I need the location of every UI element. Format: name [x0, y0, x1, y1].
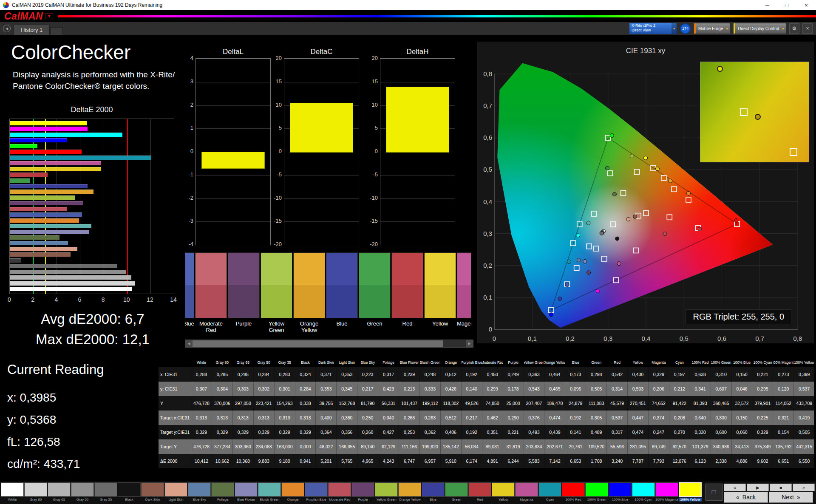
patch-button[interactable]: Purplish Blue [305, 482, 328, 501]
table-cell: 0,371 [315, 367, 336, 382]
patch-button[interactable]: 100% Cyan [632, 482, 655, 501]
table-cell: 0,154 [773, 425, 793, 439]
delta-y-tick: 5 [279, 125, 282, 131]
patch-button[interactable]: Light Skin [164, 482, 187, 501]
table-cell: 3,240 [606, 454, 627, 468]
table-cell: 0,333 [419, 382, 440, 396]
patch-window-icon[interactable]: □ [706, 484, 722, 501]
patch-button[interactable]: Blue Sky [188, 482, 211, 501]
transport-button-icon[interactable]: ■ [770, 484, 792, 491]
close-button[interactable]: × [796, 0, 816, 10]
transport-button-icon[interactable]: ▶ [747, 484, 769, 491]
chevron-down-icon[interactable]: ▼ [782, 27, 785, 30]
next-button[interactable]: Next » [769, 492, 813, 503]
minimize-button[interactable]: ─ [757, 0, 777, 10]
deltaH-chart: DeltaH 20151050-5-10-15-20 [364, 48, 456, 273]
table-corner [159, 358, 191, 367]
source-selector[interactable]: Mobile Forge ▼ [694, 23, 730, 34]
strip-swatch-label: Red [391, 320, 423, 327]
cie-measured-marker [600, 231, 604, 235]
scroll-left-icon[interactable]: ◀ [185, 340, 193, 347]
table-cell: 0,345 [336, 382, 357, 396]
transport-button-icon[interactable]: » [793, 484, 815, 491]
table-cell: 0,178 [503, 382, 524, 396]
patch-label: Gray 35 [94, 498, 117, 501]
table-cell: 0,217 [461, 411, 482, 425]
gear-icon[interactable]: ⚙ [789, 23, 799, 34]
deltae-bar [10, 281, 135, 286]
deltae-x-tick: 2 [31, 296, 34, 303]
table-cell: 0,447 [627, 411, 648, 425]
deltae-bar [10, 150, 82, 154]
delta-gridline [196, 245, 270, 245]
patch-button[interactable]: Orange Yellow [398, 482, 421, 501]
back-button[interactable]: « Back [724, 492, 768, 503]
table-cell: 0,302 [253, 382, 274, 396]
patch-button[interactable]: Green [445, 482, 468, 501]
patch-button[interactable]: Yellow [492, 482, 515, 501]
patch-button[interactable]: Red [468, 482, 491, 501]
patch-label: Blue Flower [235, 498, 258, 501]
cie-x-tick: 0,7 [755, 335, 764, 342]
swatch-scrollbar[interactable]: ◀ ▶ [185, 340, 473, 348]
table-cell: 81,393 [690, 396, 711, 411]
strip-swatch: Magenta [457, 252, 471, 337]
cie-measured-marker [633, 215, 637, 218]
patch-label: Yellow Green [375, 498, 398, 501]
table-cell: 5,910 [440, 454, 461, 468]
table-cell: 2,338 [711, 454, 731, 468]
panel-close-icon[interactable]: × [802, 23, 813, 34]
tab-history-1[interactable]: History 1 [14, 25, 50, 35]
current-reading-cd: cd/m²: 433,71 [7, 457, 80, 471]
chevron-down-icon[interactable]: ▼ [672, 23, 677, 34]
maximize-button[interactable]: □ [777, 0, 796, 10]
patch-button[interactable]: Dark Skin [141, 482, 164, 501]
logo-dropdown-icon[interactable]: ▼ [45, 13, 53, 19]
deltae-plot [9, 119, 174, 294]
display-control-selector[interactable]: Direct Display Control ▼ [733, 23, 786, 34]
patch-button[interactable]: 100% Blue [609, 482, 632, 501]
meter-selector[interactable]: X-Rite i1Pro 2 Direct View ▼ [629, 23, 677, 34]
table-row: Target Y476,728377,234303,960234,083163,… [159, 439, 814, 454]
patch-button[interactable]: Blue Flower [235, 482, 258, 501]
table-cell: 0,304 [212, 382, 232, 396]
patch-button[interactable]: Orange [281, 482, 304, 501]
patch-button[interactable]: 100% Green [585, 482, 608, 501]
patch-button[interactable]: Moderate Red [328, 482, 351, 501]
scrollbar-thumb[interactable] [193, 340, 443, 347]
patch-button[interactable]: Magenta [515, 482, 538, 501]
patch-button[interactable]: Foliage [211, 482, 234, 501]
patch-button[interactable]: Black [118, 482, 141, 501]
patch-swatch [305, 482, 328, 497]
patch-button[interactable]: Gray 35 [94, 482, 117, 501]
table-column-header: Green [586, 358, 606, 367]
chevron-down-icon[interactable]: ▼ [725, 27, 728, 30]
window-title: CalMAN 2019 CalMAN Ultimate for Business… [12, 2, 162, 8]
history-nav-icon[interactable]: ◀ [3, 25, 11, 32]
patch-button[interactable]: Gray 80 [24, 482, 47, 501]
table-cell: 24,879 [565, 396, 586, 411]
patch-button[interactable]: Gray 65 [48, 482, 71, 501]
patch-button[interactable]: Yellow Green [375, 482, 398, 501]
tab-stub[interactable] [51, 27, 62, 35]
patch-button[interactable]: 100% Red [562, 482, 585, 501]
table-row: ΔE 200010,41210,66210,3689,8839,1800,941… [159, 454, 814, 468]
deltae-bar [10, 275, 131, 280]
transport-button-icon[interactable]: « [724, 484, 746, 491]
title-bar: CalMAN 2019 CalMAN Ultimate for Business… [0, 0, 816, 10]
meter-line1: X-Rite i1Pro 2 [632, 23, 671, 28]
patch-button[interactable]: 100% Magenta [655, 482, 678, 501]
patch-button[interactable]: 100% Yellow [679, 482, 702, 501]
table-cell: 0,253 [399, 425, 419, 439]
table-cell: 0,313 [191, 411, 212, 425]
patch-button[interactable]: Bluish Green [258, 482, 281, 501]
patch-button[interactable]: Blue [422, 482, 445, 501]
cie-y-tick: 0,3 [483, 230, 492, 237]
scroll-right-icon[interactable]: ▶ [466, 340, 473, 347]
patch-button[interactable]: Purple [351, 482, 374, 501]
table-cell: 0,192 [461, 425, 482, 439]
patch-button[interactable]: Cyan [538, 482, 561, 501]
patch-button[interactable]: White [1, 482, 24, 501]
patch-button[interactable]: Gray 50 [71, 482, 94, 501]
strip-swatch: Green [359, 252, 391, 337]
